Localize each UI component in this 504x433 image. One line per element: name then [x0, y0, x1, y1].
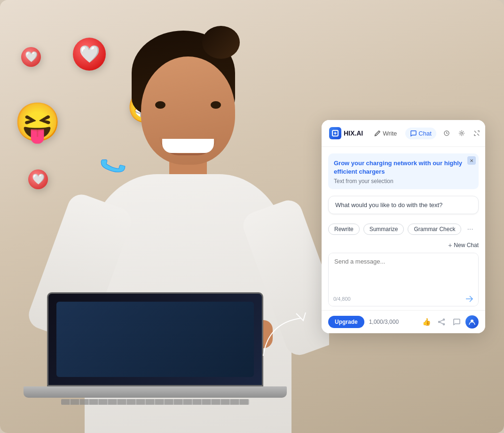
settings-button[interactable] — [455, 127, 468, 140]
logo-area: HIX.AI — [329, 127, 363, 139]
quick-actions: Rewrite Summarize Grammar Check ··· — [322, 221, 485, 240]
grammar-check-button[interactable]: Grammar Check — [408, 224, 461, 235]
history-button[interactable] — [440, 127, 453, 140]
rewrite-button[interactable]: Rewrite — [328, 224, 360, 235]
svg-line-7 — [440, 322, 443, 324]
upgrade-button[interactable]: Upgrade — [328, 316, 364, 328]
header-actions — [440, 127, 483, 140]
background: 😝 🤍 😁 🤍 🤍 😎 🤍 — [0, 0, 504, 433]
hix-logo-icon — [329, 127, 341, 139]
selection-subtext: Text from your selection — [334, 178, 465, 184]
new-chat-row: + New Chat — [322, 240, 485, 253]
plus-icon: + — [448, 241, 452, 249]
message-input[interactable] — [329, 253, 478, 291]
send-button[interactable] — [465, 295, 473, 303]
input-footer: 0/4,800 — [329, 293, 478, 306]
laptop — [24, 292, 287, 405]
comment-button[interactable] — [450, 316, 463, 328]
chat-bubble-text: What would you like to do with the text? — [335, 201, 442, 208]
svg-point-3 — [443, 319, 445, 321]
logo-text: HIX.AI — [344, 129, 363, 137]
share-button[interactable] — [435, 316, 448, 328]
message-input-area: 0/4,800 — [328, 253, 479, 306]
svg-point-4 — [443, 324, 445, 325]
new-chat-label: New Chat — [454, 242, 479, 249]
credit-count: 1,000/3,000 — [369, 319, 416, 325]
expand-button[interactable] — [470, 127, 483, 140]
svg-line-6 — [440, 320, 443, 321]
user-avatar-button[interactable] — [465, 315, 479, 329]
annotation-arrow — [254, 309, 329, 367]
selection-headline: Grow your charging network with our high… — [334, 159, 465, 176]
chat-bubble-area: What would you like to do with the text? — [322, 194, 485, 221]
selection-close-button[interactable]: ✕ — [467, 156, 476, 165]
chat-bubble: What would you like to do with the text? — [328, 196, 479, 214]
char-count: 0/4,800 — [333, 296, 351, 302]
chat-tab-button[interactable]: Chat — [405, 128, 436, 139]
summarize-button[interactable]: Summarize — [363, 224, 404, 235]
footer-actions: 👍 — [420, 315, 479, 329]
more-actions-button[interactable]: ··· — [465, 225, 475, 234]
svg-point-2 — [461, 132, 463, 134]
chat-widget: HIX.AI Write Chat — [322, 120, 485, 333]
new-chat-button[interactable]: + New Chat — [448, 241, 479, 249]
write-tab-button[interactable]: Write — [370, 128, 402, 139]
selection-box: ✕ Grow your charging network with our hi… — [328, 153, 479, 189]
widget-footer: Upgrade 1,000/3,000 👍 — [322, 310, 485, 333]
widget-header: HIX.AI Write Chat — [322, 120, 485, 147]
svg-point-5 — [439, 321, 440, 323]
like-button[interactable]: 👍 — [420, 316, 433, 328]
